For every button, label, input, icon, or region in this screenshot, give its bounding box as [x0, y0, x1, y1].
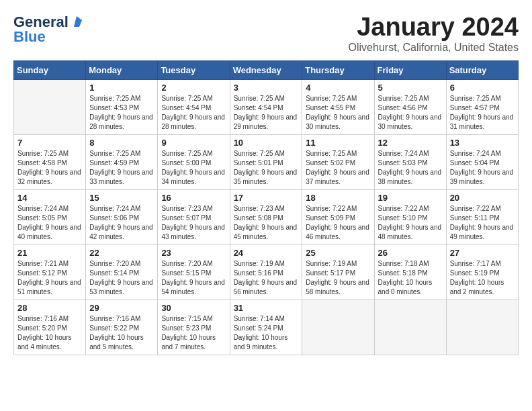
- day-number: 6: [450, 83, 515, 93]
- day-number: 10: [234, 138, 299, 148]
- day-number: 17: [234, 193, 299, 203]
- header-friday: Friday: [374, 60, 446, 79]
- day-number: 9: [161, 138, 226, 148]
- day-info: Sunrise: 7:25 AMSunset: 4:54 PMDaylight:…: [234, 94, 299, 132]
- header-saturday: Saturday: [446, 60, 518, 79]
- calendar-cell: 19Sunrise: 7:22 AMSunset: 5:10 PMDayligh…: [374, 189, 446, 244]
- day-number: 27: [450, 248, 515, 258]
- header-tuesday: Tuesday: [158, 60, 230, 79]
- calendar-cell: 13Sunrise: 7:24 AMSunset: 5:04 PMDayligh…: [446, 134, 518, 189]
- calendar-cell: [14, 79, 86, 134]
- day-number: 23: [161, 248, 226, 258]
- day-number: 22: [89, 248, 154, 258]
- day-info: Sunrise: 7:14 AMSunset: 5:24 PMDaylight:…: [234, 314, 299, 352]
- calendar-week-row: 21Sunrise: 7:21 AMSunset: 5:12 PMDayligh…: [14, 244, 519, 300]
- header-wednesday: Wednesday: [230, 60, 302, 79]
- calendar-cell: 17Sunrise: 7:23 AMSunset: 5:08 PMDayligh…: [230, 189, 302, 244]
- calendar-cell: 5Sunrise: 7:25 AMSunset: 4:56 PMDaylight…: [374, 79, 446, 134]
- calendar-cell: 28Sunrise: 7:16 AMSunset: 5:20 PMDayligh…: [14, 300, 86, 355]
- day-number: 29: [89, 303, 154, 313]
- logo-blue: Blue: [13, 28, 46, 46]
- calendar-cell: 2Sunrise: 7:25 AMSunset: 4:54 PMDaylight…: [158, 79, 230, 134]
- day-info: Sunrise: 7:16 AMSunset: 5:22 PMDaylight:…: [89, 314, 154, 352]
- svg-marker-0: [74, 16, 82, 27]
- day-info: Sunrise: 7:22 AMSunset: 5:10 PMDaylight:…: [378, 204, 443, 242]
- day-number: 25: [306, 248, 370, 258]
- day-number: 20: [450, 193, 515, 203]
- calendar-cell: 6Sunrise: 7:25 AMSunset: 4:57 PMDaylight…: [446, 79, 518, 134]
- day-info: Sunrise: 7:20 AMSunset: 5:15 PMDaylight:…: [161, 259, 226, 297]
- logo-triangle-icon: [70, 15, 83, 28]
- day-number: 21: [17, 248, 82, 258]
- day-info: Sunrise: 7:24 AMSunset: 5:05 PMDaylight:…: [17, 204, 82, 242]
- day-number: 12: [378, 138, 443, 148]
- day-info: Sunrise: 7:25 AMSunset: 5:01 PMDaylight:…: [234, 149, 299, 187]
- calendar-cell: 4Sunrise: 7:25 AMSunset: 4:55 PMDaylight…: [302, 79, 374, 134]
- calendar-cell: 27Sunrise: 7:17 AMSunset: 5:19 PMDayligh…: [446, 244, 518, 300]
- day-info: Sunrise: 7:25 AMSunset: 4:57 PMDaylight:…: [450, 94, 515, 132]
- day-info: Sunrise: 7:24 AMSunset: 5:03 PMDaylight:…: [378, 149, 443, 187]
- day-info: Sunrise: 7:24 AMSunset: 5:06 PMDaylight:…: [89, 204, 154, 242]
- day-info: Sunrise: 7:16 AMSunset: 5:20 PMDaylight:…: [17, 314, 82, 352]
- day-number: 3: [234, 83, 299, 93]
- calendar-cell: [374, 300, 446, 355]
- calendar-cell: 22Sunrise: 7:20 AMSunset: 5:14 PMDayligh…: [86, 244, 158, 300]
- day-info: Sunrise: 7:24 AMSunset: 5:04 PMDaylight:…: [450, 149, 515, 187]
- day-info: Sunrise: 7:18 AMSunset: 5:18 PMDaylight:…: [378, 259, 443, 297]
- header-sunday: Sunday: [14, 60, 86, 79]
- day-info: Sunrise: 7:25 AMSunset: 4:56 PMDaylight:…: [378, 94, 443, 132]
- calendar-cell: 25Sunrise: 7:19 AMSunset: 5:17 PMDayligh…: [302, 244, 374, 300]
- day-info: Sunrise: 7:20 AMSunset: 5:14 PMDaylight:…: [89, 259, 154, 297]
- calendar-cell: 8Sunrise: 7:25 AMSunset: 4:59 PMDaylight…: [86, 134, 158, 189]
- calendar-cell: [446, 300, 518, 355]
- calendar-cell: 15Sunrise: 7:24 AMSunset: 5:06 PMDayligh…: [86, 189, 158, 244]
- calendar-cell: [302, 300, 374, 355]
- calendar-cell: 20Sunrise: 7:22 AMSunset: 5:11 PMDayligh…: [446, 189, 518, 244]
- calendar-week-row: 1Sunrise: 7:25 AMSunset: 4:53 PMDaylight…: [14, 79, 519, 134]
- day-info: Sunrise: 7:25 AMSunset: 4:54 PMDaylight:…: [161, 94, 226, 132]
- day-number: 18: [306, 193, 370, 203]
- calendar-cell: 11Sunrise: 7:25 AMSunset: 5:02 PMDayligh…: [302, 134, 374, 189]
- calendar-table: Sunday Monday Tuesday Wednesday Thursday…: [13, 60, 519, 355]
- calendar-cell: 18Sunrise: 7:22 AMSunset: 5:09 PMDayligh…: [302, 189, 374, 244]
- day-info: Sunrise: 7:22 AMSunset: 5:11 PMDaylight:…: [450, 204, 515, 242]
- day-number: 1: [89, 83, 154, 93]
- calendar-week-row: 14Sunrise: 7:24 AMSunset: 5:05 PMDayligh…: [14, 189, 519, 244]
- calendar-cell: 21Sunrise: 7:21 AMSunset: 5:12 PMDayligh…: [14, 244, 86, 300]
- calendar-cell: 7Sunrise: 7:25 AMSunset: 4:58 PMDaylight…: [14, 134, 86, 189]
- day-number: 24: [234, 248, 299, 258]
- header-thursday: Thursday: [302, 60, 374, 79]
- calendar-cell: 24Sunrise: 7:19 AMSunset: 5:16 PMDayligh…: [230, 244, 302, 300]
- calendar-cell: 1Sunrise: 7:25 AMSunset: 4:53 PMDaylight…: [86, 79, 158, 134]
- day-info: Sunrise: 7:19 AMSunset: 5:16 PMDaylight:…: [234, 259, 299, 297]
- calendar-week-row: 7Sunrise: 7:25 AMSunset: 4:58 PMDaylight…: [14, 134, 519, 189]
- day-number: 4: [306, 83, 370, 93]
- calendar-cell: 31Sunrise: 7:14 AMSunset: 5:24 PMDayligh…: [230, 300, 302, 355]
- calendar-cell: 14Sunrise: 7:24 AMSunset: 5:05 PMDayligh…: [14, 189, 86, 244]
- day-number: 7: [17, 138, 82, 148]
- day-info: Sunrise: 7:17 AMSunset: 5:19 PMDaylight:…: [450, 259, 515, 297]
- logo: General Blue: [13, 13, 83, 46]
- calendar-week-row: 28Sunrise: 7:16 AMSunset: 5:20 PMDayligh…: [14, 300, 519, 355]
- day-info: Sunrise: 7:25 AMSunset: 4:59 PMDaylight:…: [89, 149, 154, 187]
- calendar-cell: 26Sunrise: 7:18 AMSunset: 5:18 PMDayligh…: [374, 244, 446, 300]
- calendar-cell: 16Sunrise: 7:23 AMSunset: 5:07 PMDayligh…: [158, 189, 230, 244]
- day-info: Sunrise: 7:23 AMSunset: 5:07 PMDaylight:…: [161, 204, 226, 242]
- calendar-cell: 10Sunrise: 7:25 AMSunset: 5:01 PMDayligh…: [230, 134, 302, 189]
- day-number: 15: [89, 193, 154, 203]
- calendar-cell: 30Sunrise: 7:15 AMSunset: 5:23 PMDayligh…: [158, 300, 230, 355]
- day-info: Sunrise: 7:25 AMSunset: 4:55 PMDaylight:…: [306, 94, 370, 132]
- day-number: 31: [234, 303, 299, 313]
- calendar-cell: 29Sunrise: 7:16 AMSunset: 5:22 PMDayligh…: [86, 300, 158, 355]
- day-info: Sunrise: 7:25 AMSunset: 4:53 PMDaylight:…: [89, 94, 154, 132]
- day-number: 5: [378, 83, 443, 93]
- day-number: 8: [89, 138, 154, 148]
- day-info: Sunrise: 7:21 AMSunset: 5:12 PMDaylight:…: [17, 259, 82, 297]
- day-number: 30: [161, 303, 226, 313]
- day-number: 14: [17, 193, 82, 203]
- title-area: January 2024 Olivehurst, California, Uni…: [349, 13, 519, 54]
- calendar-header-row: Sunday Monday Tuesday Wednesday Thursday…: [14, 60, 519, 79]
- day-number: 16: [161, 193, 226, 203]
- day-info: Sunrise: 7:15 AMSunset: 5:23 PMDaylight:…: [161, 314, 226, 352]
- day-info: Sunrise: 7:23 AMSunset: 5:08 PMDaylight:…: [234, 204, 299, 242]
